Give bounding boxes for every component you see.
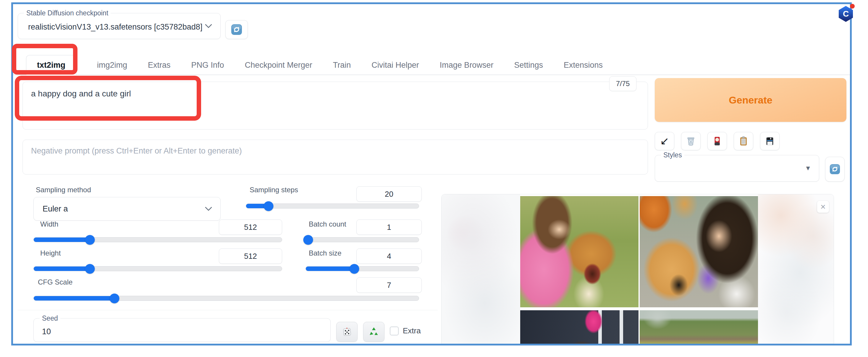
cfg-scale-label: CFG Scale [38, 278, 72, 286]
tab-train[interactable]: Train [333, 61, 351, 70]
dice-icon [341, 326, 352, 337]
close-gallery-button[interactable]: × [817, 201, 829, 213]
trash-icon [685, 135, 697, 147]
clipboard-icon [738, 136, 749, 147]
slider-thumb[interactable] [349, 264, 359, 274]
tab-extras[interactable]: Extras [148, 61, 170, 70]
generated-image-2[interactable] [640, 196, 758, 307]
caret-down-icon: ▼ [805, 165, 811, 172]
token-counter: 7/75 [609, 76, 637, 91]
tab-civitai-helper[interactable]: Civitai Helper [371, 61, 419, 70]
negative-prompt-input[interactable] [23, 140, 648, 175]
height-slider[interactable] [33, 266, 282, 271]
refresh-icon [231, 24, 243, 35]
apply-style-button[interactable] [734, 132, 753, 150]
prompt-input[interactable]: a happy dog and a cute girl [23, 82, 648, 129]
styles-dropdown[interactable]: Styles ▼ [655, 155, 819, 182]
width-input[interactable] [219, 219, 282, 235]
sampling-steps-input[interactable] [356, 186, 422, 202]
batch-size-input[interactable] [356, 248, 422, 264]
seed-input[interactable] [34, 319, 330, 341]
recycle-icon [368, 326, 379, 337]
cfg-scale-input[interactable] [356, 277, 422, 293]
generated-image-4[interactable] [640, 310, 758, 346]
arrow-down-left-icon: ↙ [660, 136, 669, 146]
slider-thumb[interactable] [264, 201, 273, 211]
notification-dot-icon [850, 4, 855, 8]
batch-size-label: Batch size [309, 249, 342, 257]
sampling-method-value: Euler a [42, 204, 68, 213]
tab-png-info[interactable]: PNG Info [191, 61, 224, 70]
extra-seed-checkbox[interactable] [390, 327, 399, 335]
width-slider[interactable] [33, 237, 282, 242]
slider-thumb[interactable] [85, 235, 95, 245]
extra-seed-label: Extra [403, 326, 421, 335]
close-icon: × [820, 202, 826, 211]
extension-badge[interactable]: C [839, 6, 853, 22]
gallery-blur-right [758, 194, 834, 345]
gallery-blur-left [441, 194, 520, 345]
sampling-steps-label: Sampling steps [250, 186, 298, 194]
stable-diffusion-webui: Stable Diffusion checkpoint realisticVis… [0, 0, 868, 357]
generated-image-3[interactable] [520, 310, 639, 346]
sampling-method-select[interactable]: Euler a [33, 197, 221, 221]
save-floppy-icon [764, 136, 775, 147]
slider-thumb[interactable] [303, 235, 313, 245]
tab-img2img[interactable]: img2img [97, 61, 127, 70]
tab-settings[interactable]: Settings [514, 61, 543, 70]
flower-card-icon [712, 136, 723, 147]
tab-image-browser[interactable]: Image Browser [440, 61, 494, 70]
batch-count-slider[interactable] [306, 237, 419, 242]
sampling-steps-slider[interactable] [246, 204, 419, 209]
tab-extensions[interactable]: Extensions [564, 61, 603, 70]
batch-count-input[interactable] [356, 219, 422, 235]
save-style-button[interactable] [760, 132, 780, 150]
generate-button[interactable]: Generate [655, 78, 846, 122]
seed-field: Seed [33, 318, 331, 342]
clear-prompt-button[interactable] [681, 132, 701, 150]
checkpoint-value: realisticVisionV13_v13.safetensors [c357… [28, 21, 202, 32]
chevron-down-icon [205, 207, 212, 211]
tabbar: txt2img img2img Extras PNG Info Checkpoi… [26, 55, 603, 75]
width-label: Width [40, 220, 58, 228]
hexagon-c-icon: C [839, 6, 853, 22]
styles-refresh-button[interactable] [825, 157, 845, 182]
generated-image-1[interactable] [520, 196, 639, 307]
batch-size-slider[interactable] [306, 266, 419, 271]
extra-networks-button[interactable] [707, 132, 727, 150]
random-seed-button[interactable] [336, 322, 358, 342]
cfg-scale-slider[interactable] [33, 296, 419, 301]
slider-thumb[interactable] [110, 293, 120, 303]
tab-checkpoint-merger[interactable]: Checkpoint Merger [245, 61, 312, 70]
sampling-method-label: Sampling method [36, 186, 91, 194]
slider-thumb[interactable] [85, 264, 95, 274]
batch-count-label: Batch count [309, 220, 346, 228]
reuse-seed-button[interactable] [363, 322, 384, 342]
output-gallery: × [441, 194, 834, 346]
prompt-toolbar: ↙ [655, 132, 780, 150]
height-input[interactable] [219, 248, 282, 264]
chevron-down-icon [205, 24, 212, 28]
refresh-icon [829, 163, 840, 175]
section-divider [18, 310, 438, 310]
tab-txt2img[interactable]: txt2img [26, 55, 76, 75]
height-label: Height [40, 249, 61, 257]
paste-params-button[interactable]: ↙ [655, 132, 674, 150]
checkpoint-dropdown[interactable]: Stable Diffusion checkpoint realisticVis… [18, 13, 221, 39]
checkpoint-refresh-button[interactable] [225, 20, 248, 39]
